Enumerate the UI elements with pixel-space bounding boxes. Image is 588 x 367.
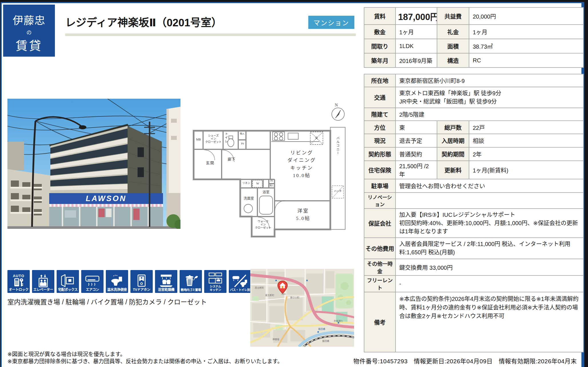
common-fee-label: 共益費 [437,7,469,25]
map-art [250,269,354,347]
facility-label: 宅配ボックス [57,288,79,291]
floorplan: N MB シューズ イン クローゼット トイレ 物入 PS 玄関 廊下 リネン … [187,102,353,240]
guarantor-label: 保証会社 [364,209,396,238]
facility-label: 敷地内ゴミ置場 [180,288,202,291]
room-washer: W [255,182,261,186]
room-ps-top: PS [239,142,246,145]
building-photo-art [7,99,180,229]
floors-label: 階建て [364,108,396,121]
deposit-value: 1ヶ月 [396,25,437,39]
access-value: 東京メトロ東西線「神楽坂」駅 徒歩9分 JR中央・総武線「飯田橋」駅 徒歩9分 [396,87,583,108]
room-fridge: R [313,136,320,140]
autolock-glyph [9,278,28,287]
room-walk-in-closet: ウォーク イン クローゼット [253,220,274,229]
washlet-icon: 温水洗浄便座 [106,270,128,293]
garbage-area-glyph [182,274,200,287]
room-hatch: ハッチ [333,190,343,193]
autolock-auto-text: AUTO [13,274,25,278]
renewal-fee-value: 1ヶ月(新賃料) [469,161,583,179]
facility-label: バス・トイレ別 [229,288,251,291]
summary-table: 賃料 187,000円 共益費 20,000円 敷金 1ヶ月 礼金 1ヶ月 間取… [364,7,584,68]
rent-label: 賃料 [364,7,396,25]
logo-line3: 賃貸 [3,36,55,53]
title-underline [65,33,356,36]
guarantor-value: 加入要【IRS③】IUCレジデンシャルサポート 初回契約時:40%、更新時:10… [396,209,583,238]
facility-label: TVドアホン [130,288,153,291]
map-label: 飯田橋 [322,339,329,342]
facility-label: システム キッチン [204,285,227,291]
facility-label: 温水洗浄便座 [106,288,128,291]
room-toilet: トイレ [224,132,228,143]
location-label: 所在地 [364,74,396,87]
other-onetime-label: その他一時金 [364,259,396,275]
separate-bath-toilet-icon: バス・トイレ別 [229,270,251,293]
room-bedroom: 洋室 5.0帖 [285,207,322,223]
contract-type-label: 契約形態 [364,147,396,161]
room-mb: MB [194,138,202,142]
footer-note-line: ※東京都暴力団排除条例に基づき、暴力団員等、反社会勢力または関係者の申込・ご入居… [7,358,283,365]
logo-line2: の [3,28,55,36]
map-label: 外堀通り [334,319,343,322]
map-label: 新小川町 [290,296,299,299]
room-storage-mid: 物入 [269,185,275,187]
washlet-glyph [108,274,126,287]
bathroom-dryer-icon: 浴室乾燥機 [155,270,177,293]
status-value: 退去予定 [396,134,437,147]
aircon-glyph [83,274,102,287]
renovation-value [396,193,583,209]
system-kitchen-glyph [206,273,225,284]
footer-note-line: ※図面と現況が異なる場合は現況を優先します。 [7,351,283,358]
renewal-fee-label: 更新料 [437,161,469,179]
map-label: 神楽坂 [273,338,279,341]
move-in-value: 相談 [469,134,583,147]
facility-label: エアコン [81,288,104,291]
itochu-logo: 伊藤忠 の 賃貸 [3,5,55,57]
total-units-label: 総戸数 [437,121,469,134]
facility-icons: AUTO オートロック エレベーター [7,270,251,293]
room-washroom: 洗面室 [241,197,257,201]
direction-label: 方位 [364,121,396,134]
area-value: 38.73㎡ [469,39,583,53]
elevator-icon: エレベーター [32,270,54,293]
page-title: レジディア神楽坂Ⅱ（0201号室） [65,14,222,29]
property-info: 物件番号:10457293 情報更新日:2026年04月09日 情報有効期限:2… [353,356,577,365]
free-rent-label: フリーレント [364,275,396,292]
logo-line1: 伊藤忠 [3,12,55,27]
facility-label: オートロック [7,288,30,291]
area-label: 面積 [437,39,469,53]
built-value: 2016年9月築 [396,53,437,68]
building-photo: LAWSON [7,99,180,229]
location-map: 西五軒町 東五軒町 新小川町 飯田橋 飯田橋 神楽坂 外堀通り [250,269,354,347]
other-fees-value: 入居者会員限定サービス / 2年:11,000円 税込、インターネット利用料:1… [396,238,583,259]
parking-value: 管理会社へお問い合わせください [396,179,583,193]
deposit-label: 敷金 [364,25,396,39]
map-label: 飯田橋 [318,327,325,330]
separate-bath-toilet-glyph [231,274,249,287]
delivery-box-icon: 宅配ボックス [57,270,79,293]
total-units-value: 22戸 [469,121,583,134]
listing-page: 伊藤忠 の 賃貸 レジディア神楽坂Ⅱ（0201号室） マンション [1,2,584,367]
rental-listing-sheet: { "colors": { "brand_blue": "#1a4c96", "… [0,0,588,367]
access-label: 交通 [364,87,396,108]
insurance-value: 21,500円 /2年 [396,161,437,179]
facility-label: 浴室乾燥機 [155,288,177,291]
room-hallway: 廊下 [223,157,239,162]
map-label: 西五軒町 [255,286,264,289]
move-in-label: 入居時期 [437,134,469,147]
room-bathroom: 浴室 [259,190,273,195]
contract-type-value: 普通契約 [396,147,437,161]
parking-label: 駐車場 [364,179,396,193]
status-label: 現況 [364,134,396,147]
remarks-label: 備考 [364,292,396,352]
aircon-icon: エアコン [81,270,104,293]
room-linen: リネン [241,182,251,185]
contract-term-label: 契約期間 [437,147,469,161]
footer-notes: ※図面と現況が異なる場合は現況を優先します。 ※東京都暴力団排除条例に基づき、暴… [7,351,283,365]
floorplan-svg [187,102,353,240]
other-onetime-value: 鍵交換費用 33,000円 [396,259,583,275]
key-money-label: 礼金 [437,25,469,39]
remarks-value: ※本広告の契約条件)2026年4月末迄の契約開始に限る※1年未満満解約時、賃料1… [396,292,583,352]
garbage-area-icon: 敷地内ゴミ置場 [180,270,202,293]
structure-label: 構造 [437,53,469,68]
room-ps-mid: PS [269,180,274,182]
